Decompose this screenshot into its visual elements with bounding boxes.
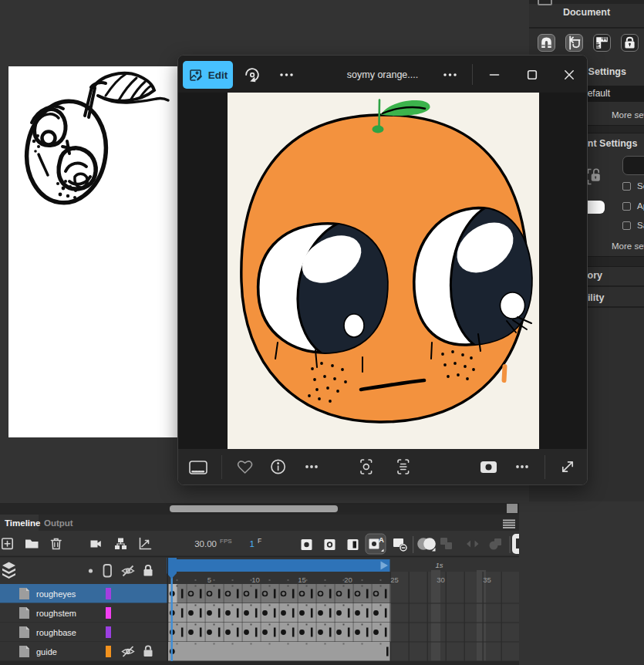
- svg-text:F: F: [258, 537, 261, 545]
- svg-text:Output: Output: [44, 518, 73, 528]
- svg-text:1: 1: [250, 539, 255, 549]
- svg-text:30.00: 30.00: [194, 539, 217, 549]
- svg-text:roughstem: roughstem: [36, 609, 76, 618]
- svg-text:25: 25: [390, 576, 399, 584]
- svg-text:30: 30: [437, 576, 445, 584]
- svg-text:35: 35: [483, 576, 491, 584]
- svg-text:10: 10: [251, 576, 260, 584]
- svg-text:Timeline: Timeline: [5, 518, 40, 528]
- svg-text:FPS: FPS: [220, 538, 232, 545]
- svg-text:A: A: [379, 535, 384, 544]
- svg-text:guide: guide: [36, 647, 57, 657]
- svg-text:20: 20: [344, 576, 352, 584]
- svg-text:1s: 1s: [436, 561, 443, 569]
- svg-text:15: 15: [298, 576, 306, 584]
- svg-text:5: 5: [207, 576, 211, 584]
- svg-text:rougheyes: rougheyes: [36, 589, 76, 599]
- svg-text:roughbase: roughbase: [36, 628, 76, 637]
